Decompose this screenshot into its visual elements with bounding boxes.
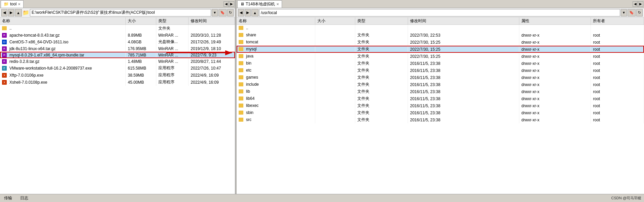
transfer-button[interactable]: 传输 [3,195,13,201]
right-file-attr: drwxr-xr-x [519,95,591,102]
right-file-row[interactable]: etc 文件夹 2016/11/5, 23:38 drwxr-xr-x root [237,67,644,74]
right-path-bar[interactable]: /usr/local [259,9,620,16]
refresh-button[interactable]: ↻ [227,9,234,16]
forward-button[interactable]: ▶ [8,9,14,16]
right-file-owner: root [591,102,644,109]
right-file-size [315,46,355,53]
back-button[interactable]: ◀ [1,9,7,16]
right-file-size [315,67,355,74]
right-file-row[interactable]: libexec 文件夹 2016/11/5, 23:38 drwxr-xr-x … [237,102,644,109]
right-file-row[interactable]: bin 文件夹 2016/11/5, 23:38 drwxr-xr-x root [237,60,644,67]
tab-nav-left[interactable]: ◀ [224,1,229,7]
right-file-row[interactable]: src 文件夹 2016/11/5, 23:38 drwxr-xr-x root [237,116,644,123]
right-file-size [315,88,355,95]
right-file-modified: 2016/11/5, 23:38 [408,109,519,116]
left-tab-close[interactable]: ✕ [18,2,21,6]
right-file-attr: drwxr-xr-x [519,60,591,67]
left-file-row[interactable]: EVMware-workstation-full-16.2.4-20089737… [0,65,235,72]
left-file-row[interactable]: Rmysql-8.0.29-1.el7.x86_64.rpm-bundle.ta… [0,52,235,58]
right-tab-nav-left[interactable]: ◀ [633,1,638,7]
right-file-size [315,39,355,46]
right-file-row[interactable]: .. [237,25,644,32]
left-file-row[interactable]: Rjdk-8u131-linux-x64.tar.gz 176.95MB Win… [0,45,235,52]
right-tab-bar: 🖥 T148本地虚拟机 ✕ ◀ ▶ [237,0,644,8]
right-file-row[interactable]: lib64 文件夹 2016/11/5, 23:38 drwxr-xr-x ro… [237,95,644,102]
tab-nav-right[interactable]: ▶ [229,1,234,7]
right-file-size [315,74,355,81]
left-file-name: Rredis-3.2.8.tar.gz [0,58,126,65]
left-file-row[interactable]: DCentOS-7-x86_64-DVD-1611.iso 4.08GB 光盘映… [0,38,235,45]
left-tab-item[interactable]: 📁 tool ✕ [1,0,24,8]
left-file-type: WinRAR ... [156,52,189,58]
left-file-name: Rjdk-8u131-linux-x64.tar.gz [0,45,126,52]
right-tab-close[interactable]: ✕ [276,2,279,6]
right-col-modified: 修改时间 [408,17,519,25]
left-file-row[interactable]: Rredis-3.2.8.tar.gz 1.48MB WinRAR ... 20… [0,58,235,65]
right-file-table: 名称 大小 类型 修改时间 属性 所有者 .. share 文件夹 2 [237,17,644,194]
up-button[interactable]: ▲ [15,9,22,16]
left-file-name: XXshell-7.0.0108p.exe [0,79,126,86]
left-file-table: 名称 大小 类型 修改时间 .. 文件夹 Rapache-tomcat-8.0.… [0,17,235,194]
right-file-attr: drwxr-xr-x [519,53,591,60]
right-file-owner: root [591,95,644,102]
left-file-modified: 2020/8/27, 11:44 [189,58,235,65]
left-file-type: 应用程序 [156,79,189,86]
right-file-type: 文件夹 [355,60,408,67]
right-tab-item[interactable]: 🖥 T148本地虚拟机 ✕ [237,0,282,8]
right-file-row[interactable]: lib 文件夹 2016/11/5, 23:38 drwxr-xr-x root [237,88,644,95]
right-up-button[interactable]: ▲ [251,9,258,16]
right-file-type: 文件夹 [355,39,408,46]
left-panel: 📁 tool ✕ ◀ ▶ ◀ ▶ ▲ 📁 E:\workFile\CSKT\BC… [0,0,235,194]
folder-icon-left: 📁 [23,9,29,16]
right-file-attr: drwxr-xr-x [519,46,591,53]
left-file-name: .. [0,25,126,32]
left-file-type: 应用程序 [156,72,189,79]
right-file-name: sbin [237,109,315,116]
left-file-modified [189,25,235,32]
right-forward-button[interactable]: ▶ [245,9,251,16]
right-file-size [315,102,355,109]
right-file-name: lib [237,88,315,95]
panels-wrapper: 📁 tool ✕ ◀ ▶ ◀ ▶ ▲ 📁 E:\workFile\CSKT\BC… [0,0,644,194]
right-file-type: 文件夹 [355,53,408,60]
left-file-size: 45.00MB [126,79,156,86]
left-file-type: WinRAR ... [156,58,189,65]
right-file-owner: root [591,32,644,39]
left-file-size: 615.58MB [126,65,156,72]
right-file-type: 文件夹 [355,74,408,81]
left-file-row[interactable]: Rapache-tomcat-8.0.43.tar.gz 8.89MB WinR… [0,32,235,38]
left-path-dropdown[interactable]: ▼ [212,9,218,16]
right-back-button[interactable]: ◀ [238,9,244,16]
left-path-bar[interactable]: E:\workFile\CSKT\BCSP课件\S2\S2扩展技术\linux课… [30,9,211,16]
right-tab-nav-right[interactable]: ▶ [638,1,643,7]
right-file-row[interactable]: tomcat 文件夹 2022/7/30, 15:25 drwxr-xr-x r… [237,39,644,46]
left-file-size: 8.89MB [126,32,156,38]
left-file-row[interactable]: .. 文件夹 [0,25,235,32]
left-file-name: EVMware-workstation-full-16.2.4-20089737… [0,65,126,72]
right-bookmark-button[interactable]: 🔖 [628,9,636,16]
right-file-row[interactable]: share 文件夹 2022/7/30, 22:53 drwxr-xr-x ro… [237,32,644,39]
right-file-size [315,116,355,123]
right-file-name: share [237,32,315,39]
col-size: 大小 [126,17,156,25]
log-button[interactable]: 日志 [19,195,30,201]
right-file-modified: 2016/11/5, 23:38 [408,67,519,74]
right-path-dropdown[interactable]: ▼ [621,9,627,16]
left-file-modified: 2019/12/9, 18:10 [189,45,235,52]
right-file-row[interactable]: mysql 文件夹 2022/7/30, 15:25 drwxr-xr-x ro… [237,46,644,53]
left-file-name: Rmysql-8.0.29-1.el7.x86_64.rpm-bundle.ta… [0,52,126,58]
right-file-row[interactable]: games 文件夹 2016/11/5, 23:38 drwxr-xr-x ro… [237,74,644,81]
right-file-row[interactable]: java 文件夹 2022/7/30, 15:25 drwxr-xr-x roo… [237,53,644,60]
right-file-row[interactable]: sbin 文件夹 2016/11/5, 23:38 drwxr-xr-x roo… [237,109,644,116]
right-refresh-button[interactable]: ↻ [636,9,643,16]
left-file-row[interactable]: XXshell-7.0.0108p.exe 45.00MB 应用程序 2022/… [0,79,235,86]
left-file-name: Rapache-tomcat-8.0.43.tar.gz [0,32,126,38]
left-file-row[interactable]: XXftp-7.0.0106p.exe 38.59MB 应用程序 2022/4/… [0,72,235,79]
right-file-modified: 2022/7/30, 15:25 [408,53,519,60]
right-file-attr: drwxr-xr-x [519,32,591,39]
right-file-name: bin [237,60,315,67]
bookmark-button[interactable]: 🔖 [218,9,227,16]
right-tab-icon: 🖥 [240,2,244,6]
right-file-row[interactable]: include 文件夹 2016/11/5, 23:38 drwxr-xr-x … [237,81,644,88]
left-toolbar: ◀ ▶ ▲ 📁 E:\workFile\CSKT\BCSP课件\S2\S2扩展技… [0,8,235,17]
